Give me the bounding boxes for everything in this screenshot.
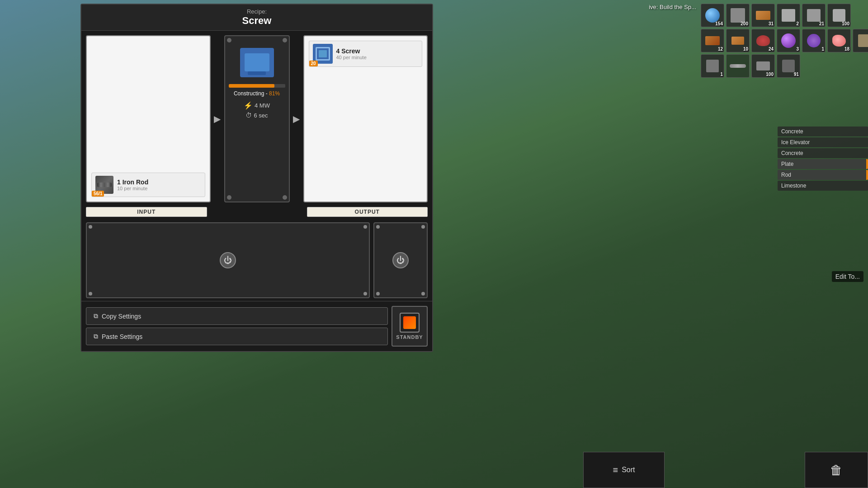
inventory-hud: 154 200 31 2 21 100 12 10 (701, 4, 863, 78)
sort-icon: ≡ (613, 465, 618, 475)
constructor-icon (240, 48, 274, 77)
item5-icon (807, 9, 821, 22)
corner-bl (227, 195, 231, 200)
progress-pct: 81% (269, 90, 280, 97)
recipe-header: Recipe: Screw (81, 5, 432, 31)
corner-tr (283, 38, 287, 42)
inv-slot-large-1[interactable]: ⏻ (86, 222, 370, 298)
copy-settings-button[interactable]: ⧉ Copy Settings (86, 307, 388, 325)
hud-item-15[interactable]: 1 (701, 54, 724, 78)
active-indicator-2 (866, 170, 868, 180)
recipe-label: Recipe: (89, 8, 425, 15)
hud-count-3: 31 (769, 21, 774, 26)
hud-count-15: 1 (720, 72, 723, 77)
brain-icon (832, 35, 846, 47)
copy-icon: ⧉ (94, 312, 98, 320)
hud-item-3[interactable]: 31 (751, 4, 775, 27)
power-value: 4 MW (255, 102, 270, 109)
bottom-bar: ⧉ Copy Settings ⧉ Paste Settings STANDBY (81, 301, 432, 351)
time-stat: ⏱ 6 sec (245, 112, 268, 119)
screw-inner (316, 47, 330, 61)
paste-settings-label: Paste Settings (102, 333, 142, 340)
side-label-rod: Rod (778, 170, 868, 180)
lightning-icon: ⚡ (244, 101, 253, 110)
hud-count-9: 24 (769, 47, 774, 52)
plate-icon (731, 37, 744, 45)
output-slot[interactable]: 20 4 Screw 40 per minute (303, 35, 428, 202)
hud-item-13[interactable]: 7 (853, 29, 868, 52)
item18-icon (782, 60, 795, 72)
rod-icon (730, 64, 746, 68)
sort-button[interactable]: ≡ Sort (583, 452, 665, 488)
hud-item-6[interactable]: 100 (827, 4, 851, 27)
output-item-name: 4 Screw (336, 47, 367, 55)
active-indicator (866, 159, 868, 169)
output-stack-badge: 20 (309, 61, 318, 66)
slot-labels: INPUT OUTPUT (81, 207, 432, 220)
inv-slot-small-1[interactable]: ⏻ (373, 222, 428, 298)
corner-tl (227, 38, 231, 42)
machine-stats: ⚡ 4 MW ⏱ 6 sec (229, 101, 285, 119)
ingot-icon (756, 11, 770, 20)
label-spacer (211, 207, 303, 217)
hud-item-18[interactable]: 91 (777, 54, 800, 78)
output-item-info: 4 Screw 40 per minute (336, 47, 367, 60)
hud-item-10[interactable]: 3 (777, 29, 800, 52)
main-panel: Recipe: Screw 56/1 1 Iron Rod 10 per min… (80, 4, 433, 352)
sort-label: Sort (622, 466, 635, 474)
side-labels-panel: Concrete Ice Elevator Concrete Plate Rod… (778, 127, 868, 191)
progress-bar-container (229, 84, 285, 88)
hud-row-1: 154 200 31 2 21 100 (701, 4, 863, 27)
hud-count-1: 154 (715, 21, 723, 26)
hud-row-3: 1 100 91 (701, 54, 863, 78)
recipe-name: Screw (89, 15, 425, 27)
hud-item-7[interactable]: 12 (701, 29, 724, 52)
hud-item-16[interactable] (726, 54, 750, 78)
gem2-icon (807, 34, 821, 47)
hud-item-4[interactable]: 2 (777, 4, 800, 27)
hud-item-5[interactable]: 21 (802, 4, 826, 27)
hud-item-9[interactable]: 24 (751, 29, 775, 52)
inv-power-icon-2: ⏻ (392, 252, 409, 268)
side-label-elevator: Ice Elevator (778, 137, 868, 147)
progress-bar-fill (229, 84, 274, 88)
inv-corner-tr2 (421, 225, 425, 229)
hud-count-10: 3 (796, 47, 799, 52)
hud-count-7: 12 (718, 47, 723, 52)
inv-corner-br1 (363, 292, 367, 296)
craft-area: 56/1 1 Iron Rod 10 per minute ▶ (81, 31, 432, 207)
input-slot[interactable]: 56/1 1 Iron Rod 10 per minute (86, 35, 211, 202)
side-label-plate: Plate (778, 159, 868, 169)
hud-item-2[interactable]: 200 (726, 4, 750, 27)
left-arrow: ▶ (211, 35, 224, 202)
power-led (403, 316, 416, 329)
trash-button[interactable]: 🗑 (805, 452, 868, 488)
standby-button[interactable]: STANDBY (392, 306, 428, 347)
hud-count-11: 1 (821, 47, 824, 52)
hud-item-17[interactable]: 100 (751, 54, 775, 78)
hud-item-11[interactable]: 1 (802, 29, 826, 52)
hud-item-8[interactable]: 10 (726, 29, 750, 52)
input-item-rate: 10 per minute (117, 186, 148, 191)
trash-icon: 🗑 (830, 463, 843, 478)
iron-rod-inner (97, 183, 112, 187)
inv-corner-bl1 (89, 292, 92, 296)
item17-icon (756, 61, 770, 70)
clock-icon: ⏱ (245, 112, 252, 119)
hud-item-1[interactable]: 154 (701, 4, 724, 27)
status-text: Constructing - 81% (234, 90, 280, 97)
input-item-card: 56/1 1 Iron Rod 10 per minute (91, 173, 205, 197)
standby-icon (400, 313, 420, 333)
time-value: 6 sec (254, 112, 268, 119)
hud-item-12[interactable]: 18 (827, 29, 851, 52)
paste-settings-button[interactable]: ⧉ Paste Settings (86, 328, 388, 345)
machine-image (236, 44, 277, 80)
gem-purple-icon (781, 33, 796, 48)
input-item-name: 1 Iron Rod (117, 178, 148, 186)
hud-count-8: 10 (743, 47, 748, 52)
hud-count-2: 200 (741, 21, 748, 26)
hud-count-6: 100 (842, 21, 849, 26)
power-stat: ⚡ 4 MW (244, 101, 270, 110)
side-label-concrete1: Concrete (778, 127, 868, 136)
item4-icon (782, 9, 795, 22)
